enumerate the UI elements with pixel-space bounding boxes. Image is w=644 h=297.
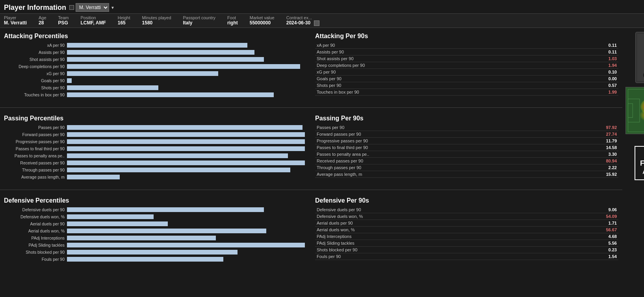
stat-value: 56.67: [551, 226, 618, 233]
height-label: Height: [118, 15, 130, 20]
team-label: Team: [58, 15, 69, 20]
bar-label: Shots blocked per 90: [4, 250, 67, 255]
bar-row: Goals per 90: [4, 77, 307, 84]
contract-checkbox[interactable]: [314, 20, 319, 26]
bar-track: [67, 125, 307, 130]
bar-label: Passes per 90: [4, 125, 67, 130]
team-value: PSG: [58, 20, 69, 26]
table-row: Average pass length, m15.92: [315, 171, 618, 177]
player-value: M. Verratti: [4, 20, 27, 26]
table-row: PAdj Sliding tackles5.56: [315, 240, 618, 246]
bar-label: Average pass length, m: [4, 175, 67, 179]
bar-track: [67, 175, 307, 179]
table-row: Shots blocked per 900.23: [315, 246, 618, 253]
stat-label: Passes to final third per 90: [315, 144, 557, 151]
bar-fill: [67, 207, 264, 212]
bar-row: xG per 90: [4, 70, 307, 77]
bar-track: [67, 160, 307, 165]
bar-track: [67, 257, 307, 262]
bar-row: xA per 90: [4, 42, 307, 48]
bar-label: Assists per 90: [4, 50, 67, 55]
bar-fill: [67, 229, 266, 233]
stat-value: 15.92: [557, 171, 618, 177]
sidebar-right: TOTAL FOOTBALL ANALYSIS: [622, 28, 644, 269]
table-row: Passes per 9097.92: [315, 124, 618, 131]
bar-row: Shots blocked per 90: [4, 249, 307, 255]
stat-label: Deep completions per 90: [315, 62, 562, 68]
bar-label: xA per 90: [4, 43, 67, 48]
stat-label: Shots per 90: [315, 82, 562, 89]
contract-label: Contract ex...: [286, 15, 320, 20]
table-row: Aerial duels per 901.71: [315, 220, 618, 226]
bar-label: Goals per 90: [4, 78, 67, 83]
bar-track: [67, 153, 307, 158]
stat-label: Forward passes per 90: [315, 131, 557, 137]
app-container: Player Information M. Verratti ▼ Player …: [0, 0, 644, 269]
brand-line2: FOOTBALL: [640, 159, 644, 168]
bar-track: [67, 78, 307, 83]
height-col: Height 165: [118, 15, 130, 26]
defensive-row: Defensive Percentiles Defensive duels pe…: [0, 192, 622, 269]
heatmap-container: [625, 87, 644, 134]
bar-track: [67, 85, 307, 90]
minutes-value: 1580: [142, 20, 171, 26]
bar-row: Assists per 90: [4, 49, 307, 55]
bar-track: [67, 221, 307, 226]
brand-box: TOTAL FOOTBALL ANALYSIS: [635, 146, 644, 180]
stat-value: 1.71: [551, 220, 618, 226]
player-selector[interactable]: M. Verratti ▼: [69, 3, 115, 12]
bar-fill: [67, 50, 254, 55]
bar-track: [67, 132, 307, 137]
stat-value: 1.94: [562, 62, 618, 68]
table-row: Defensive duels won, %54.09: [315, 213, 618, 220]
bar-track: [67, 243, 307, 247]
bar-row: Average pass length, m: [4, 174, 307, 180]
stat-value: 3.30: [557, 151, 618, 157]
bar-fill: [67, 125, 303, 130]
foot-value: right: [227, 20, 238, 26]
attacking-percentiles-panel: Attacking Percentiles xA per 90Assists p…: [0, 28, 311, 105]
player-checkbox[interactable]: [69, 5, 74, 10]
stat-value: 1.99: [562, 89, 618, 95]
bar-fill: [67, 71, 218, 76]
bar-fill: [67, 236, 216, 240]
bar-label: Aerial duels won, %: [4, 229, 67, 233]
stat-label: Touches in box per 90: [315, 89, 562, 95]
main-content: Attacking Percentiles xA per 90Assists p…: [0, 28, 644, 269]
passing-percentiles-chart: Passes per 90Forward passes per 90Progre…: [4, 124, 307, 180]
position-col: Position LCMF, AMF: [81, 15, 106, 26]
stat-value: 54.09: [551, 213, 618, 220]
bar-fill: [67, 64, 300, 69]
bar-fill: [67, 214, 154, 219]
defensive-per90-table: Defensive duels per 909.06Defensive duel…: [315, 207, 618, 260]
stat-value: 0.10: [562, 68, 618, 75]
table-row: PAdj Interceptions4.68: [315, 233, 618, 240]
stat-label: Through passes per 90: [315, 164, 557, 171]
position-value: LCMF, AMF: [81, 20, 106, 26]
defensive-percentiles-chart: Defensive duels per 90Defensive duels wo…: [4, 207, 307, 262]
bar-label: Defensive duels per 90: [4, 207, 67, 212]
dropdown-arrow[interactable]: ▼: [111, 6, 115, 10]
panels-area: Attacking Percentiles xA per 90Assists p…: [0, 28, 622, 269]
stat-value: 4.68: [551, 233, 618, 240]
bar-row: Touches in box per 90: [4, 92, 307, 98]
bar-row: Passes to penalty area pe..: [4, 153, 307, 159]
table-row: Progressive passes per 9011.79: [315, 137, 618, 144]
attacking-percentiles-title: Attacking Percentiles: [4, 33, 307, 40]
stat-value: 1.54: [551, 253, 618, 260]
player-dropdown[interactable]: M. Verratti: [76, 3, 109, 12]
table-row: Passes to penalty area pe..3.30: [315, 151, 618, 157]
bar-row: PAdj Interceptions: [4, 235, 307, 241]
attacking-row: Attacking Percentiles xA per 90Assists p…: [0, 28, 622, 105]
team-col: Team PSG: [58, 15, 69, 26]
page-title: Player Information: [4, 4, 66, 12]
brand-line3: ANALYSIS: [640, 168, 644, 176]
bar-row: Deep completions per 90: [4, 63, 307, 70]
defensive-per90-title: Defensive Per 90s: [315, 197, 618, 204]
bar-label: Touches in box per 90: [4, 92, 67, 97]
stat-label: Fouls per 90: [315, 253, 551, 260]
stat-label: xG per 90: [315, 68, 562, 75]
position-label: Position: [81, 15, 106, 20]
bar-row: Passes per 90: [4, 124, 307, 131]
foot-col: Foot right: [227, 15, 238, 26]
